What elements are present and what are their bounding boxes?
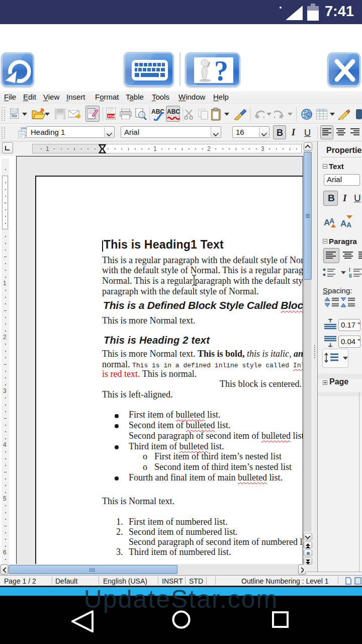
svg-text:II: II [349, 273, 352, 279]
svg-text:?: ? [214, 58, 228, 83]
svg-text:ABC: ABC [151, 108, 164, 115]
svg-text:A: A [346, 221, 351, 229]
svg-text:I: I [349, 267, 350, 273]
svg-text:PDF: PDF [108, 114, 116, 119]
svg-text:ABC: ABC [167, 108, 180, 115]
svg-text:A: A [329, 217, 334, 225]
svg-text:A: A [340, 219, 346, 228]
